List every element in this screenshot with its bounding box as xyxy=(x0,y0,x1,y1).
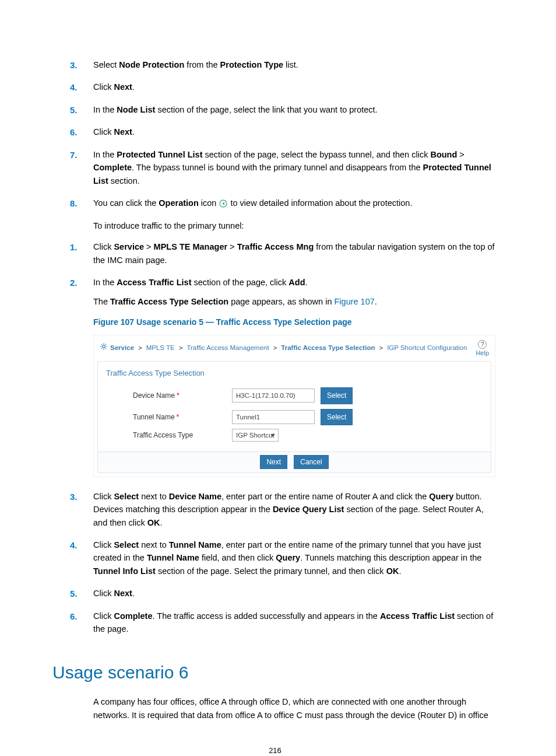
figure-caption: Figure 107 Usage scenario 5 — Traffic Ac… xyxy=(93,316,498,329)
steps-list-c: 3.Click Select next to Device Name, ente… xyxy=(52,490,498,636)
step-number: 7. xyxy=(70,148,78,162)
step-number: 3. xyxy=(70,490,78,503)
list-item: 4.Click Next. xyxy=(93,80,498,93)
panel-title: Traffic Access Type Selection xyxy=(98,362,491,385)
help-icon: ? xyxy=(478,340,487,349)
step-number: 8. xyxy=(70,197,78,210)
svg-point-1 xyxy=(103,345,105,348)
operation-icon xyxy=(219,199,228,208)
label-tunnel-name: Tunnel Name* xyxy=(133,412,226,423)
list-item: 1.Click Service > MPLS TE Manager > Traf… xyxy=(93,240,498,267)
cancel-button[interactable]: Cancel xyxy=(294,455,328,469)
bc-mpls-te[interactable]: MPLS TE xyxy=(146,343,175,354)
figure-107: Service > MPLS TE > Traffic Access Manag… xyxy=(93,335,495,477)
sub-paragraph: The Traffic Access Type Selection page a… xyxy=(93,295,498,308)
steps-list-b: 1.Click Service > MPLS TE Manager > Traf… xyxy=(52,240,498,308)
step-number: 4. xyxy=(70,80,78,94)
breadcrumb: Service > MPLS TE > Traffic Access Manag… xyxy=(96,338,492,359)
list-item: 6.Click Next. xyxy=(93,125,498,138)
list-item: 5.Click Next. xyxy=(93,587,498,600)
select-traffic-type[interactable]: IGP Shortcut xyxy=(232,430,279,441)
panel-traffic-access-type: Traffic Access Type Selection Device Nam… xyxy=(97,361,491,473)
list-item: 3.Click Select next to Device Name, ente… xyxy=(93,490,498,529)
bc-traffic-access-mgmt[interactable]: Traffic Access Management xyxy=(186,343,269,354)
panel-footer: Next Cancel xyxy=(98,452,491,473)
figure-ref-link[interactable]: Figure 107 xyxy=(334,297,374,306)
chevron-down-icon xyxy=(270,434,275,437)
scenario-6-intro: A company has four offices, office A thr… xyxy=(93,695,498,722)
page-number: 216 xyxy=(52,745,498,756)
list-item: 2.In the Access Traffic List section of … xyxy=(93,276,498,308)
list-item: 7.In the Protected Tunnel List section o… xyxy=(93,148,498,187)
label-device-name: Device Name* xyxy=(133,390,226,401)
list-item: 3.Select Node Protection from the Protec… xyxy=(93,58,498,71)
intro-paragraph: To introduce traffic to the primary tunn… xyxy=(93,219,498,232)
select-device-button[interactable]: Select xyxy=(321,387,353,404)
step-number: 2. xyxy=(70,276,78,289)
step-number: 6. xyxy=(70,125,78,139)
row-device-name: Device Name* Select xyxy=(98,385,491,407)
step-number: 6. xyxy=(70,610,78,623)
list-item: 4.Click Select next to Tunnel Name, ente… xyxy=(93,538,498,578)
help-link[interactable]: ? Help xyxy=(476,340,489,356)
step-number: 3. xyxy=(70,58,78,72)
list-item: 5.In the Node List section of the page, … xyxy=(93,103,498,116)
step-number: 4. xyxy=(70,538,78,552)
bc-last[interactable]: IGP Shortcut Configuration xyxy=(387,343,467,354)
step-number: 5. xyxy=(70,103,78,117)
list-item: 8.You can click the Operation icon to vi… xyxy=(93,197,498,209)
row-traffic-access-type: Traffic Access Type IGP Shortcut xyxy=(98,428,491,443)
steps-list-a: 3.Select Node Protection from the Protec… xyxy=(52,58,498,210)
label-traffic-type: Traffic Access Type xyxy=(133,430,226,441)
select-tunnel-button[interactable]: Select xyxy=(321,409,353,426)
gear-icon xyxy=(100,342,108,354)
row-tunnel-name: Tunnel Name* Select xyxy=(98,407,491,428)
bc-current: Traffic Access Type Selection xyxy=(281,343,375,354)
input-device-name[interactable] xyxy=(232,388,315,402)
next-button[interactable]: Next xyxy=(260,455,287,469)
bc-service[interactable]: Service xyxy=(110,343,134,354)
heading-usage-scenario-6: Usage scenario 6 xyxy=(52,659,498,687)
list-item: 6.Click Complete. The traffic access is … xyxy=(93,610,498,636)
input-tunnel-name[interactable] xyxy=(232,410,315,424)
step-number: 1. xyxy=(70,240,78,254)
step-number: 5. xyxy=(70,587,78,600)
